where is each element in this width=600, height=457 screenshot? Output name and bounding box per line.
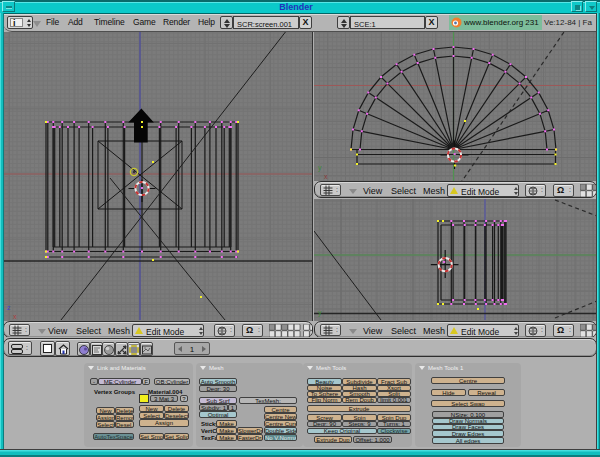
svg-text:y: y xyxy=(318,164,322,172)
svg-text:y: y xyxy=(318,309,322,317)
svg-text:x: x xyxy=(324,173,328,180)
svg-text:x: x xyxy=(13,313,17,320)
svg-text:z: z xyxy=(7,304,11,311)
